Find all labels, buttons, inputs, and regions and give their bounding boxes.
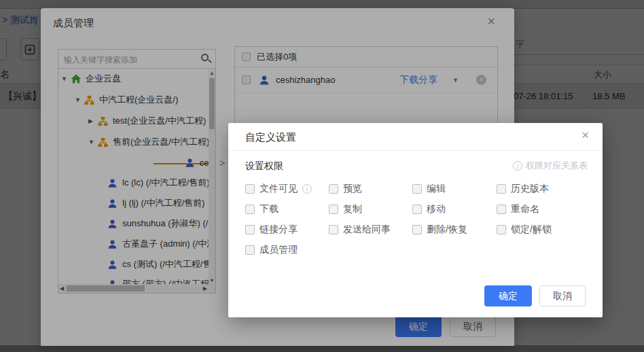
permission-checkbox[interactable] [412,225,422,234]
permission-option[interactable]: 重命名 [497,199,588,219]
permission-label: 文件可见 [260,183,298,195]
permission-label: 历史版本 [511,183,549,195]
permission-option[interactable]: 复制 [329,199,412,219]
permission-option[interactable]: 成员管理 [245,240,329,260]
permission-checkbox[interactable] [329,225,338,234]
permission-label: 编辑 [427,183,446,195]
info-icon: i [513,161,522,171]
permission-label: 预览 [343,183,362,195]
permission-checkbox[interactable] [329,184,338,194]
permission-option[interactable]: 发送给同事 [329,219,412,240]
permission-checkbox[interactable] [245,184,255,194]
permission-checkbox[interactable] [329,205,338,214]
permission-option[interactable]: 锁定/解锁 [497,219,588,240]
permission-label: 复制 [343,203,362,215]
permission-option[interactable]: 移动 [412,199,497,219]
permission-checkbox[interactable] [497,225,506,234]
dialog-header: 自定义设置 × [228,123,603,151]
permission-label: 删除/恢复 [427,224,467,236]
permission-checkbox[interactable] [497,184,506,194]
permission-checkbox[interactable] [245,245,255,255]
permission-checkbox[interactable] [412,205,422,214]
app-screen: > 测试肖 名 字 间 大小 【兴诚】 07-26 18:01:15 18.5 … [0,0,644,352]
permission-checkbox[interactable] [412,184,422,194]
permission-label: 锁定/解锁 [511,224,552,236]
permission-relation-link[interactable]: i 权限对应关系表 [513,160,588,172]
permission-label: 重命名 [511,203,539,215]
permission-option[interactable]: 文件可见 i [245,179,329,199]
permission-checkbox[interactable] [497,205,506,214]
permission-option[interactable]: 历史版本 [497,179,588,199]
permission-option[interactable]: 下载 [245,199,329,219]
permission-checkbox[interactable] [245,205,255,214]
permission-option[interactable]: 编辑 [412,179,497,199]
permission-option[interactable]: 预览 [329,179,412,199]
permission-relation-label: 权限对应关系表 [526,160,588,172]
dialog-confirm-button[interactable]: 确定 [484,285,532,306]
permissions-grid: 文件可见 i 预览 编辑 历史版本 下载 复制 [245,179,588,260]
permission-checkbox[interactable] [245,225,255,234]
permissions-section-label: 设置权限 [245,160,283,173]
permission-label: 发送给同事 [343,224,391,236]
permission-label: 成员管理 [260,244,298,256]
permission-option[interactable]: 删除/恢复 [412,219,497,240]
custom-settings-dialog: 自定义设置 × 设置权限 i 权限对应关系表 文件可见 i 预览 编辑 [228,123,603,317]
dialog-title: 自定义设置 [245,131,296,144]
permission-label: 移动 [427,203,446,215]
permission-label: 下载 [260,203,279,215]
dialog-cancel-button[interactable]: 取消 [539,285,586,306]
close-icon[interactable]: × [582,128,589,141]
permission-option[interactable]: 链接分享 [245,219,329,240]
info-icon[interactable]: i [302,184,312,194]
permission-label: 链接分享 [260,224,298,236]
